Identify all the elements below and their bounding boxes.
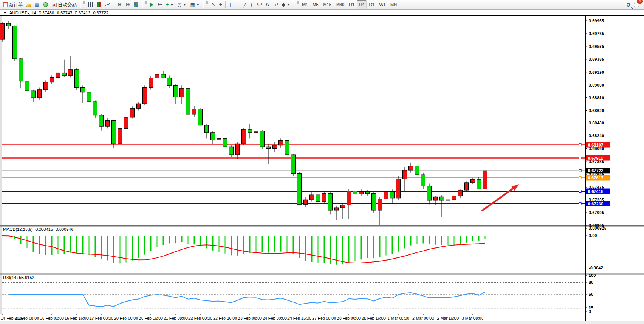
text-icon: A: [266, 2, 269, 7]
fibonacci-button[interactable]: ƒ: [248, 0, 255, 9]
rsi-axis-tick: 50: [589, 292, 593, 297]
macd-axis-tick: 0.000925: [589, 226, 606, 230]
fibonacci-icon: ƒ: [250, 2, 253, 7]
text-button[interactable]: A: [264, 0, 271, 9]
arrows-icon: ◆: [282, 2, 285, 7]
new-order-button[interactable]: 新订单: [2, 0, 25, 9]
zoom-in-button[interactable]: ⊕: [116, 0, 124, 9]
toolbar-separator: [294, 1, 294, 8]
arrows-button[interactable]: ◆▼: [280, 0, 292, 9]
auto-scroll-icon: ▶: [150, 2, 154, 7]
ohlc-open: 0.67450: [39, 10, 54, 15]
trendline-button[interactable]: ╱: [242, 0, 249, 9]
time-tick: 27 Feb 08:00: [312, 316, 336, 321]
timeframe-m1-button[interactable]: M1: [300, 0, 310, 9]
auto-scroll-button[interactable]: ▶: [148, 0, 156, 9]
periods-icon: ◷: [177, 2, 181, 7]
rsi-axis-tick: 0: [589, 309, 591, 314]
candle-chart-button[interactable]: [95, 0, 103, 9]
vertical-line-button[interactable]: |: [227, 0, 232, 9]
status-bar: [0, 321, 644, 324]
periods-button[interactable]: ◷▼: [175, 0, 188, 9]
auto-trading-icon: [52, 3, 57, 7]
price-badge-label: 0.67415: [588, 189, 603, 194]
price-tick: 0.69955: [589, 19, 604, 23]
line-chart-icon: [105, 2, 110, 7]
price-tick: 0.68620: [589, 108, 604, 113]
price-badge-label: 0.67911: [588, 156, 603, 160]
zoom-out-icon: ⊖: [126, 2, 130, 7]
tile-windows-button[interactable]: [132, 0, 140, 9]
search-icon: [627, 3, 630, 7]
timeframe-h4-button[interactable]: H4: [357, 0, 367, 9]
ohlc-low: 0.67412: [75, 10, 91, 15]
periods-dropdown-icon[interactable]: ▼: [183, 3, 186, 7]
toolbar-grab-handle[interactable]: [83, 1, 85, 8]
bar-chart-button[interactable]: [86, 0, 95, 9]
mt4-window: 新订单自动交易⊕⊖▶↦+▼◷▼▦▼↖+|—╱ƒFAT◆▼M1M5M15M30H1…: [0, 0, 644, 324]
text-label-button[interactable]: T: [271, 0, 280, 9]
toolbar-grab-handle[interactable]: [145, 1, 147, 8]
hline-handle: [579, 157, 581, 159]
rsi-axis-tick: 100: [589, 273, 596, 278]
timeframe-mn-button[interactable]: MN: [388, 0, 399, 9]
macd-axis-tick: 0.00: [589, 233, 597, 238]
symbol-dropdown-icon[interactable]: [3, 12, 7, 14]
price-tick: 0.69190: [589, 70, 604, 75]
price-badge-label: 0.67617: [588, 176, 603, 180]
hline-handle: [579, 169, 581, 172]
price-tick: 0.68810: [589, 95, 604, 100]
chart-shift-button[interactable]: ↦: [156, 0, 164, 9]
channel-icon: F: [257, 3, 262, 7]
crosshair-button[interactable]: +: [217, 0, 224, 9]
toolbar-grab-handle[interactable]: [206, 1, 208, 8]
auto-trading-button-label: 自动交易: [58, 2, 77, 8]
timeframe-m5-button[interactable]: M5: [310, 0, 321, 9]
timeframe-h1-button[interactable]: H1: [347, 0, 357, 9]
vertical-line-icon: |: [229, 2, 231, 7]
timeframe-d1-button[interactable]: D1: [367, 0, 377, 9]
search-button[interactable]: [625, 0, 632, 9]
time-tick: 17 Feb 08:00: [89, 316, 113, 321]
rsi-label: RSI(14) 55.9152: [3, 275, 34, 280]
timeframe-m15-button[interactable]: M15: [321, 0, 334, 9]
time-tick: 16 Feb 00:00: [40, 316, 64, 321]
time-tick: 1 Mar 08:00: [388, 316, 409, 321]
signal-button[interactable]: [41, 0, 50, 9]
templates-dropdown-icon[interactable]: ▼: [196, 3, 200, 7]
zoom-out-button[interactable]: ⊖: [124, 0, 132, 9]
horizontal-line-button[interactable]: —: [233, 0, 242, 9]
price-tick: 0.69575: [589, 44, 604, 49]
price-tick: 0.67095: [589, 210, 604, 215]
timeframe-w1-button[interactable]: W1: [377, 0, 388, 9]
charts-button[interactable]: [33, 0, 41, 9]
price-tick: 0.68240: [589, 133, 604, 138]
time-tick: 2 Mar 00:00: [412, 316, 434, 321]
time-tick: 22 Feb 16:00: [213, 316, 237, 321]
auto-trading-button[interactable]: 自动交易: [50, 0, 79, 9]
zoom-in-icon: ⊕: [118, 2, 122, 7]
time-tick: 24 Feb 00:00: [263, 316, 287, 321]
signal-icon: [43, 2, 48, 7]
channel-button[interactable]: F: [255, 0, 264, 9]
indicators-dropdown-icon[interactable]: ▼: [170, 3, 173, 7]
line-chart-button[interactable]: [103, 0, 112, 9]
indicators-icon: +: [166, 2, 169, 7]
price-badge-label: 0.68107: [588, 143, 603, 147]
profiles-button[interactable]: [25, 0, 33, 9]
rsi-axis-tick: 80: [589, 280, 593, 285]
indicators-button[interactable]: +▼: [164, 0, 176, 9]
crosshair-icon: +: [219, 2, 222, 7]
horizontal-line-icon: —: [235, 2, 240, 7]
arrows-dropdown-icon[interactable]: ▼: [287, 3, 290, 7]
cursor-button[interactable]: ↖: [209, 0, 217, 9]
timeframe-m30-button[interactable]: M30: [334, 0, 347, 9]
chart-area[interactable]: MACD(12,26,9) -0.000415 -0.000946RSI(14)…: [0, 15, 644, 321]
notifications-button[interactable]: 1: [632, 0, 641, 9]
time-tick: 28 Feb 00:00: [337, 316, 361, 321]
time-tick: 24 Feb 16:00: [287, 316, 311, 321]
toolbar-grab-handle[interactable]: [297, 1, 299, 8]
templates-button[interactable]: ▦▼: [188, 0, 202, 9]
toolbar-separator: [80, 1, 80, 8]
time-tick: 22 Feb 00:00: [188, 316, 212, 321]
